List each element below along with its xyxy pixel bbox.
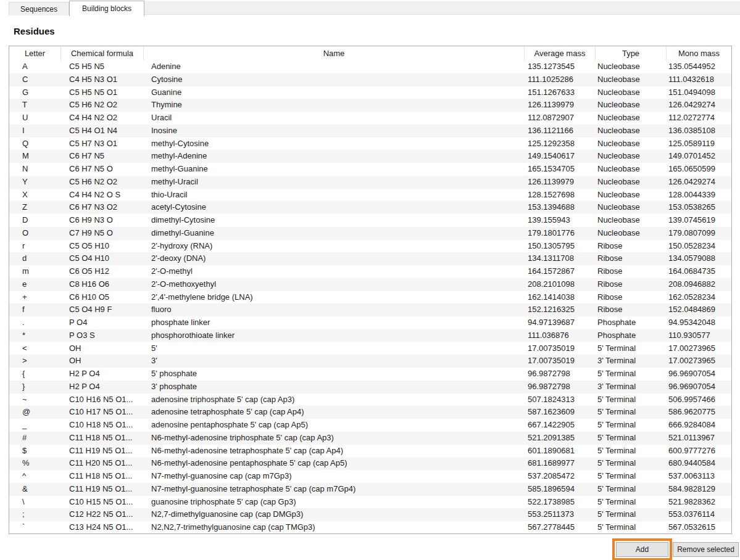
cell-chemical-formula: C12 H22 N5 O1...: [60, 508, 143, 521]
table-row[interactable]: &C11 H19 N5 O1...N7-methyl-guanosine tet…: [9, 483, 731, 496]
table-row[interactable]: AC5 H5 N5Adenine135.1273545Nucleobase135…: [9, 60, 731, 73]
column-header-letter[interactable]: Letter: [9, 47, 60, 60]
cell-average-mass: 126.1139979: [524, 176, 595, 189]
cell-letter: >: [9, 355, 60, 368]
table-row[interactable]: QC5 H7 N3 O1methyl-Cytosine125.1292358Nu…: [9, 138, 731, 150]
cell-mono-mass: 506.9957466: [666, 393, 731, 406]
cell-average-mass: 126.1139979: [524, 99, 595, 112]
table-row[interactable]: OC7 H9 N5 Odimethyl-Guanine179.1801776Nu…: [9, 227, 731, 240]
cell-mono-mass: 125.0589119: [666, 138, 731, 150]
tab-strip: Sequences Building blocks: [0, 0, 740, 16]
tab-building-blocks[interactable]: Building blocks: [69, 1, 144, 16]
column-header-mono-mass[interactable]: Mono mass: [666, 47, 731, 60]
cell-name: 3': [143, 355, 524, 368]
cell-average-mass: 111.036876: [524, 329, 595, 342]
table-row[interactable]: #C11 H18 N5 O1...N6-methyl-adenosine tri…: [9, 432, 731, 445]
table-row[interactable]: ~C10 H16 N5 O1...adenosine triphosphate …: [9, 393, 731, 406]
cell-letter: e: [9, 278, 60, 291]
cell-chemical-formula: C5 H5 N5 O1: [60, 86, 143, 99]
cell-letter: <: [9, 342, 60, 355]
cell-name: dimethyl-Cytosine: [143, 214, 524, 227]
cell-average-mass: 522.1738985: [524, 496, 595, 509]
table-row[interactable]: mC6 O5 H122'-O-methyl164.1572867Ribose16…: [9, 265, 731, 278]
cell-average-mass: 585.1896594: [524, 483, 595, 496]
table-row[interactable]: XC4 H4 N2 O Sthio-Uracil128.1527698Nucle…: [9, 189, 731, 202]
table-row[interactable]: ;C12 H22 N5 O1...N2,7-dimethylguanosine …: [9, 508, 731, 521]
cell-letter: O: [9, 227, 60, 240]
cell-average-mass: 17.00735019: [524, 342, 595, 355]
remove-selected-button[interactable]: Remove selected: [673, 542, 739, 557]
table-row[interactable]: _C10 H18 N5 O1...adenosine pentaphosphat…: [9, 419, 731, 432]
table-row[interactable]: dC5 O4 H102'-deoxy (DNA)134.1311708Ribos…: [9, 252, 731, 265]
cell-average-mass: 667.1422905: [524, 419, 595, 432]
cell-chemical-formula: C10 H15 N5 O1...: [60, 496, 143, 509]
table-row[interactable]: <OH5'17.007350195' Terminal17.00273965: [9, 342, 731, 355]
table-row[interactable]: }H2 P O43' phosphate96.98727983' Termina…: [9, 381, 731, 393]
table-row[interactable]: *P O3 Sphosphorothioate linker111.036876…: [9, 329, 731, 342]
cell-type: 5' Terminal: [595, 470, 666, 483]
cell-name: 3' phosphate: [143, 381, 524, 393]
table-row[interactable]: YC5 H6 N2 O2methyl-Uracil126.1139979Nucl…: [9, 176, 731, 189]
table-row[interactable]: @C10 H17 N5 O1...adenosine tetraphosphat…: [9, 406, 731, 419]
table-row[interactable]: %C11 H20 N5 O1...N6-methyl-adenosine pen…: [9, 457, 731, 470]
cell-letter: _: [9, 419, 60, 432]
table-row[interactable]: fC5 O4 H9 Ffluoro152.1216325Ribose152.04…: [9, 303, 731, 316]
cell-name: 2'-O-methoxyethyl: [143, 278, 524, 291]
table-row[interactable]: $C11 H19 N5 O1...N6-methyl-adenosine tet…: [9, 445, 731, 458]
cell-mono-mass: 600.9777276: [666, 445, 731, 458]
cell-average-mass: 567.2778445: [524, 521, 595, 534]
table-row[interactable]: eC8 H16 O62'-O-methoxyethyl208.2101098Ri…: [9, 278, 731, 291]
cell-type: Nucleobase: [595, 189, 666, 202]
tab-sequences-label: Sequences: [20, 5, 57, 14]
table-row[interactable]: `C13 H24 N5 O1...N2,N2,7-trimethylguanos…: [9, 521, 731, 534]
table-row[interactable]: {H2 P O45' phosphate96.98727985' Termina…: [9, 368, 731, 381]
cell-average-mass: 208.2101098: [524, 278, 595, 291]
cell-average-mass: 128.1527698: [524, 189, 595, 202]
table-row[interactable]: MC6 H7 N5methyl-Adenine149.1540617Nucleo…: [9, 150, 731, 163]
column-header-chemical-formula[interactable]: Chemical formula: [60, 47, 143, 60]
cell-letter: M: [9, 150, 60, 163]
cell-type: Phosphate: [595, 329, 666, 342]
cell-chemical-formula: C8 H16 O6: [60, 278, 143, 291]
page-title: Residues: [14, 26, 55, 36]
cell-type: Ribose: [595, 291, 666, 304]
cell-chemical-formula: C4 H5 N3 O1: [60, 73, 143, 86]
column-header-type[interactable]: Type: [595, 47, 666, 60]
add-button[interactable]: Add: [616, 542, 668, 557]
table-row[interactable]: CC4 H5 N3 O1Cytosine111.1025286Nucleobas…: [9, 73, 731, 86]
cell-name: 2'-O-methyl: [143, 265, 524, 278]
cell-mono-mass: 567.0532615: [666, 521, 731, 534]
table-row[interactable]: .P O4phosphate linker94.97139687Phosphat…: [9, 316, 731, 329]
table-row[interactable]: GC5 H5 N5 O1Guanine151.1267633Nucleobase…: [9, 86, 731, 99]
cell-mono-mass: 521.9828362: [666, 496, 731, 509]
cell-type: Phosphate: [595, 316, 666, 329]
cell-name: Adenine: [143, 60, 524, 73]
table-row[interactable]: ^C11 H18 N5 O1...N7-methyl-guanosine cap…: [9, 470, 731, 483]
cell-mono-mass: 136.0385108: [666, 125, 731, 138]
table-row[interactable]: >OH3'17.007350193' Terminal17.00273965: [9, 355, 731, 368]
cell-name: phosphorothioate linker: [143, 329, 524, 342]
cell-average-mass: 537.2085472: [524, 470, 595, 483]
table-row[interactable]: +C6 H10 O52',4'-methylene bridge (LNA)16…: [9, 291, 731, 304]
table-row[interactable]: NC6 H7 N5 Omethyl-Guanine165.1534705Nucl…: [9, 163, 731, 176]
table-row[interactable]: UC4 H4 N2 O2Uracil112.0872907Nucleobase1…: [9, 112, 731, 125]
table-row[interactable]: \C10 H15 N5 O1...guanosine triphosphate …: [9, 496, 731, 509]
cell-name: N6-methyl-adenosine tetraphosphate 5' ca…: [143, 445, 524, 458]
cell-letter: +: [9, 291, 60, 304]
column-header-average-mass[interactable]: Average mass: [524, 47, 595, 60]
table-row[interactable]: ZC6 H7 N3 O2acetyl-Cytosine153.1394688Nu…: [9, 201, 731, 214]
cell-mono-mass: 162.0528234: [666, 291, 731, 304]
cell-mono-mass: 208.0946882: [666, 278, 731, 291]
column-header-name[interactable]: Name: [143, 47, 524, 60]
cell-letter: U: [9, 112, 60, 125]
table-row[interactable]: rC5 O5 H102'-hydroxy (RNA)150.1305795Rib…: [9, 240, 731, 253]
cell-chemical-formula: C11 H18 N5 O1...: [60, 470, 143, 483]
cell-type: Nucleobase: [595, 201, 666, 214]
tab-sequences[interactable]: Sequences: [9, 2, 69, 15]
table-row[interactable]: TC5 H6 N2 O2Thymine126.1139979Nucleobase…: [9, 99, 731, 112]
cell-letter: ;: [9, 508, 60, 521]
cell-average-mass: 96.9872798: [524, 368, 595, 381]
table-row[interactable]: IC5 H4 O1 N4Inosine136.1121166Nucleobase…: [9, 125, 731, 138]
cell-name: thio-Uracil: [143, 189, 524, 202]
table-row[interactable]: DC6 H9 N3 Odimethyl-Cytosine139.155943Nu…: [9, 214, 731, 227]
